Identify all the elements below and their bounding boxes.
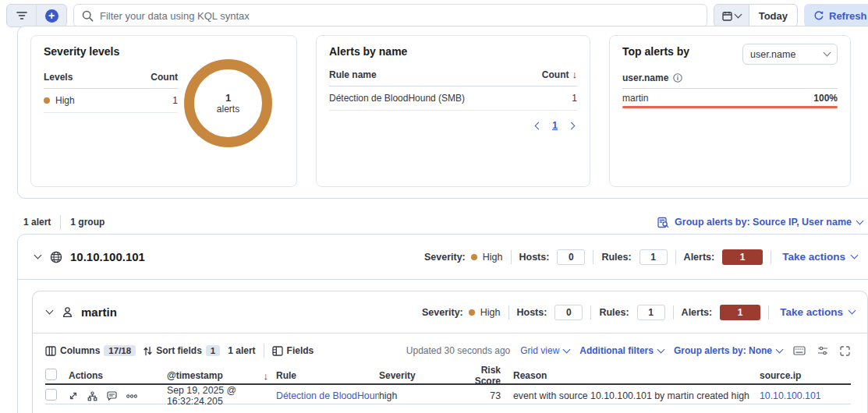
group-count: 1 group [70,217,105,228]
more-actions-button[interactable] [126,394,137,398]
hosts-label: Hosts: [519,252,550,263]
add-filter-button[interactable]: + [37,5,66,26]
display-options-button[interactable] [817,346,829,355]
chevron-down-icon [734,10,742,18]
top-alerts-field-select[interactable]: user.name [742,44,838,65]
panel-title: Top alerts by [622,45,689,58]
alerts-donut-chart: 1 alerts [184,59,272,147]
severity-value: High [483,252,503,263]
columns-count-badge: 17/18 [104,345,136,356]
count-sort-header[interactable]: Count ↓ [542,69,577,80]
sliders-icon [817,346,828,355]
take-actions-button[interactable]: Take actions [782,251,857,263]
rules-label: Rules: [601,252,631,263]
rule-count-cell: 1 [572,93,577,104]
fields-icon [272,346,283,356]
comment-icon [107,391,117,401]
fields-button[interactable]: Fields [272,345,314,356]
more-icon [126,394,137,398]
collapse-user-group-button[interactable] [45,309,54,315]
group-by-icon [657,217,669,228]
cell-risk-score: 73 [454,390,504,401]
columns-button[interactable]: Columns 17/18 [45,345,136,356]
severity-count: 1 [172,95,178,106]
rule-name-header: Rule name [329,69,377,80]
refresh-button[interactable]: Refresh [804,4,868,27]
sort-count-badge: 1 [206,345,220,356]
grid-toolbar: Columns 17/18 Sort fields 1 1 alert F [45,344,851,358]
kql-search-input[interactable] [100,10,699,22]
analyze-event-button[interactable] [87,391,97,401]
rules-label: Rules: [599,307,629,318]
alerts-table: Columns 17/18 Sort fields 1 1 alert F [33,334,851,404]
globe-icon [50,251,62,263]
top-alert-row[interactable]: martin 100% [622,93,838,108]
fullscreen-button[interactable] [839,346,851,356]
source-ip-group-panel: 10.10.100.101 Severity: High Hosts: 0 Ru… [17,234,868,413]
select-all-checkbox[interactable] [45,369,57,380]
filter-menu-button[interactable] [7,5,37,26]
cell-reason[interactable]: event with source 10.10.100.101 by marti… [504,390,750,401]
row-actions [69,391,167,401]
row-checkbox[interactable] [45,389,57,401]
collapse-ip-group-button[interactable] [34,254,42,259]
keyboard-shortcuts-button[interactable] [792,346,806,355]
fullscreen-icon [840,346,850,356]
date-today-button[interactable]: Today [749,4,798,27]
header-source-ip[interactable]: source.ip [750,370,851,381]
group-by-label: Group alerts by: Source IP, User name [675,217,852,228]
severity-table-header: Levels Count [44,67,178,89]
header-actions: Actions [69,370,167,381]
header-timestamp[interactable]: @timestamp ↓ [167,370,276,382]
rule-link[interactable]: Détection de BloodHound (... [276,390,379,401]
alert-row: Sep 19, 2025 @ 16:32:24.205 Détection de… [45,385,851,404]
field-label: user.name [622,72,668,83]
alerts-badge: 1 [720,305,760,320]
next-page-button[interactable] [568,122,576,129]
rules-badge: 1 [637,305,665,320]
alert-count: 1 alert [23,217,51,228]
take-actions-button[interactable]: Take actions [780,306,855,318]
add-note-button[interactable] [107,391,117,401]
prev-page-button[interactable] [535,122,543,129]
alerts-label: Alerts: [684,252,715,263]
header-reason[interactable]: Reason [504,370,750,381]
security-alerts-page: + Today Refresh Severity levels Levels [0,0,868,413]
header-rule[interactable]: Rule [276,370,379,381]
chevron-down-icon [849,307,856,315]
sort-fields-button[interactable]: Sort fields 1 [143,345,220,356]
levels-header: Levels [44,72,73,83]
pagination: 1 [329,120,577,131]
updated-status: Updated 30 seconds ago [406,345,510,356]
severity-value: High [480,307,501,318]
header-risk-score[interactable]: Risk Score [454,365,504,387]
sort-desc-icon: ↓ [572,69,578,80]
source-ip-link[interactable]: 10.10.100.101 [760,390,821,401]
grid-view-button[interactable]: Grid view [520,345,569,356]
group-title-source-ip: 10.10.100.101 [70,250,145,263]
severity-row[interactable]: High 1 [44,89,178,113]
cell-severity: high [379,390,454,401]
high-severity-dot [469,309,475,316]
page-1-button[interactable]: 1 [552,120,558,131]
alerts-by-name-row[interactable]: Détection de BloodHound (SMB) 1 [329,86,577,111]
hosts-label: Hosts: [517,307,547,318]
header-severity[interactable]: Severity [379,370,454,381]
filter-icon [16,11,27,20]
additional-filters-button[interactable]: Additional filters [579,345,664,356]
severity-label: Severity: [422,307,463,318]
group-alerts-by-button[interactable]: Group alerts by: Source IP, User name [657,217,863,228]
keyboard-icon [793,346,806,355]
expand-icon [69,391,78,401]
kpi-section: Severity levels Levels Count High 1 1 al… [17,26,868,199]
group-alerts-by-none-button[interactable]: Group alerts by: None [674,345,782,356]
info-icon [673,73,682,83]
panel-title: Alerts by name [329,45,577,58]
date-quick-select-button[interactable] [714,4,749,27]
toolbar-alert-count: 1 alert [228,345,255,356]
rule-name-cell: Détection de BloodHound (SMB) [329,93,465,104]
hosts-badge: 0 [557,249,585,265]
expand-alert-button[interactable] [69,391,78,401]
group-title-user: martin [81,305,117,319]
chevron-down-icon [851,252,859,259]
